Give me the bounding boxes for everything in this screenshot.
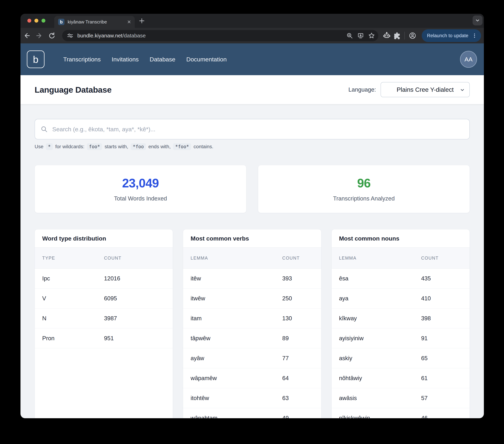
table-row: aya410 [332,289,469,308]
bookmark-star-icon[interactable] [368,32,375,39]
lemma-cell: tâpwêw [191,335,210,342]
table-body: itêw393itwêw250itam130tâpwêw89ayâw77wâpa… [183,269,321,418]
count-cell: 89 [282,335,289,342]
site-logo[interactable]: b [27,51,44,68]
table-column-header: COUNT [421,256,439,261]
table-column-header: TYPE [42,256,55,261]
chevron-down-icon [474,17,481,24]
wildcard-code: foo* [87,143,102,150]
browser-titlebar: b kiyânaw Transcribe [20,14,484,28]
table-row: itam130 [183,308,321,328]
close-tab-icon[interactable] [127,19,132,24]
table-row: wâpamêw64 [183,368,321,388]
language-label: Language: [348,86,376,93]
nav-item-transcriptions[interactable]: Transcriptions [63,56,101,63]
table-body: Ipc12016V6095N3987Pron951 [35,269,173,348]
reload-button[interactable] [47,31,56,41]
browser-menu-icon[interactable] [471,33,478,39]
count-cell: 393 [282,275,292,282]
lemma-cell: ayâw [191,355,204,362]
relaunch-label: Relaunch to update [427,33,468,38]
screenshot-root: b kiyânaw Transcribe [0,0,504,444]
close-window-button[interactable] [27,19,31,23]
stats-row: 23,049 Total Words Indexed 96 Transcript… [35,165,470,213]
avatar[interactable]: AA [460,51,477,68]
table-row: tâpwêw89 [183,328,321,348]
stat-value: 96 [357,176,371,190]
wildcard-code: *foo* [173,143,191,150]
tables-row: Word type distribution TYPE COUNT Ipc120… [35,229,470,418]
zoom-page-icon[interactable] [346,32,353,39]
site-favicon-icon: b [58,19,64,25]
table-card: Most common verbs LEMMA COUNT itêw393itw… [183,229,321,418]
lemma-cell: wâpamêw [191,375,217,381]
stat-card: 23,049 Total Words Indexed [35,165,246,213]
count-cell: 130 [282,315,292,322]
site-info-icon[interactable] [67,32,73,39]
search-box[interactable] [35,119,470,139]
wildcard-help: Use * for wildcards: foo* starts with, *… [35,143,470,151]
install-app-icon[interactable] [357,32,364,39]
back-button[interactable] [22,31,32,41]
profile-icon[interactable] [408,31,417,41]
table-row: askiy65 [332,348,469,368]
language-value: Plains Cree Y-dialect [397,86,454,93]
table-card: Word type distribution TYPE COUNT Ipc120… [35,229,173,418]
lemma-cell: nôhtâwiy [339,375,362,381]
lemma-cell: aya [339,295,348,302]
lemma-cell: V [42,295,46,302]
lemma-cell: Ipc [42,275,50,282]
lemma-cell: pîkiskwêwin [339,415,370,418]
table-row: N3987 [35,308,173,328]
stat-label: Total Words Indexed [114,195,167,202]
table-row: V6095 [35,289,173,308]
table-row: ayisiyiniw91 [332,328,469,348]
table-header-row: LEMMA COUNT [332,247,469,269]
lemma-cell: êsa [339,275,348,282]
minimize-window-button[interactable] [35,19,38,23]
count-cell: 6095 [104,295,117,302]
nav-item-database[interactable]: Database [150,56,175,63]
lemma-cell: askiy [339,355,352,362]
relaunch-to-update-button[interactable]: Relaunch to update [422,29,481,42]
table-row: itwêw250 [183,289,321,308]
stat-label: Transcriptions Analyzed [333,195,395,202]
lemma-cell: ayisiyiniw [339,335,364,342]
table-row: kîkway398 [332,308,469,328]
tab-title: kiyânaw Transcribe [68,19,124,25]
page-body: Use * for wildcards: foo* starts with, *… [20,104,484,418]
count-cell: 65 [421,355,428,362]
extensions-puzzle-icon[interactable] [392,31,402,41]
count-cell: 49 [282,415,289,418]
count-cell: 61 [421,375,428,381]
lemma-cell: itwêw [191,295,205,302]
count-cell: 77 [282,355,289,362]
lemma-cell: itohtêw [191,395,209,401]
count-cell: 435 [421,275,431,282]
extension-robot-icon[interactable] [382,31,392,41]
count-cell: 91 [421,335,428,342]
browser-toolbar: bundle.kiyanaw.net/database [20,28,484,43]
browser-tab[interactable]: b kiyânaw Transcribe [54,16,135,28]
wildcard-text: contains. [192,144,213,149]
language-select[interactable]: Plains Cree Y-dialect [380,82,470,97]
nav-item-documentation[interactable]: Documentation [186,56,227,63]
tab-search-button[interactable] [473,16,483,25]
count-cell: 410 [421,295,431,302]
search-input[interactable] [52,126,464,133]
count-cell: 3987 [104,315,117,322]
url-bar[interactable]: bundle.kiyanaw.net/database [62,30,378,41]
maximize-window-button[interactable] [41,19,45,23]
wildcard-code: * [46,143,53,150]
wildcard-text: for wildcards: [54,144,86,149]
forward-button[interactable] [34,31,44,41]
browser-window: b kiyânaw Transcribe [20,14,484,418]
new-tab-button[interactable] [138,17,146,25]
lemma-cell: itêw [191,275,201,282]
nav-item-invitations[interactable]: Invitations [112,56,139,63]
table-row: itêw393 [183,269,321,289]
table-row: Ipc12016 [35,269,173,289]
wildcard-text: starts with, [103,144,129,149]
table-card: Most common nouns LEMMA COUNT êsa435aya4… [331,229,470,418]
table-row: êsa435 [332,269,469,289]
